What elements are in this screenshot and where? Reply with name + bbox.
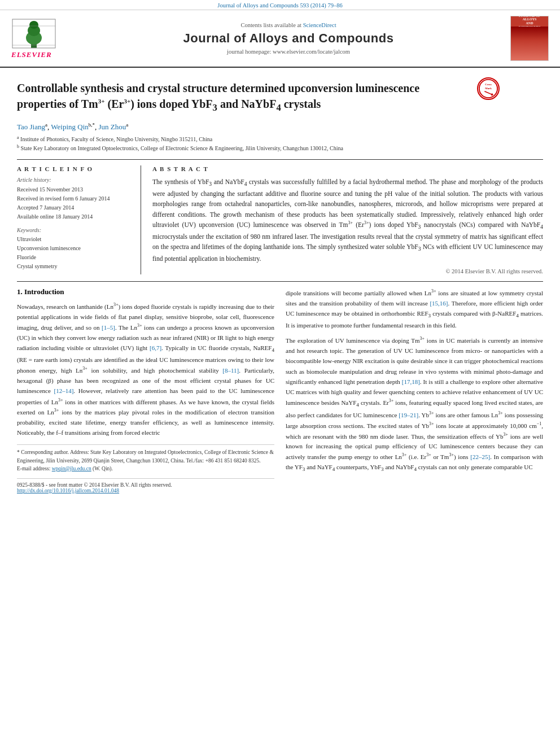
journal-ref-bar: Journal of Alloys and Compounds 593 (201…	[0, 0, 560, 10]
author1-name[interactable]: Tao Jiang	[17, 123, 45, 132]
ref-6-7[interactable]: [6,7]	[150, 344, 161, 351]
ref-17-18[interactable]: [17,18]	[402, 378, 420, 385]
author3-name[interactable]: Jun Zhou	[99, 123, 126, 132]
keywords-label: Keywords:	[17, 227, 132, 233]
bottom-copyright: 0925-8388/$ - see front matter © 2014 El…	[17, 478, 274, 493]
authors-line: Tao Jianga, Weiping Qinb,*, Jun Zhoua	[17, 122, 543, 132]
journal-title: Journal of Alloys and Compounds	[79, 31, 498, 46]
ref-19-21[interactable]: [19–21]	[399, 412, 418, 418]
section-divider	[17, 281, 543, 282]
abstract-copyright: © 2014 Elsevier B.V. All rights reserved…	[152, 268, 543, 274]
ref-15-16[interactable]: [15,16]	[430, 300, 448, 307]
elsevier-wordmark: ELSEVIER	[11, 50, 52, 59]
accepted-date: Accepted 7 January 2014	[17, 203, 132, 212]
received-date: Received 15 November 2013	[17, 185, 132, 194]
keyword-2: Upconversion luminescence	[17, 244, 132, 253]
journal-cover-area: JOURNAL OFALLOYSANDCOMPOUNDS	[504, 16, 549, 61]
journal-homepage: journal homepage: www.elsevier.com/locat…	[79, 49, 498, 55]
abstract-header: A B S T R A C T	[152, 165, 543, 172]
body-left-column: 1. Introduction Nowadays, research on la…	[17, 287, 274, 493]
journal-ref-text: Journal of Alloys and Compounds 593 (201…	[217, 2, 342, 8]
contents-line: Contents lists available at ScienceDirec…	[79, 22, 498, 28]
email-link[interactable]: wpqin@jlu.edu.cn	[52, 466, 91, 471]
journal-cover-image: JOURNAL OFALLOYSANDCOMPOUNDS	[510, 16, 549, 61]
section1-heading: 1. Introduction	[17, 287, 274, 296]
footnote-area: * Corresponding author. Address: State K…	[17, 444, 274, 473]
sciencedirect-link[interactable]: ScienceDirect	[303, 22, 336, 28]
section1-paragraph-2: dipole transitions will become partially…	[286, 287, 543, 330]
article-info-header: A R T I C L E I N F O	[17, 165, 132, 172]
body-content: 1. Introduction Nowadays, research on la…	[17, 287, 543, 493]
article-title: Controllable synthesis and crystal struc…	[17, 80, 469, 114]
crossmark-badge[interactable]: Cross Mark	[477, 77, 500, 100]
ref-8-11[interactable]: [8–11]	[222, 367, 239, 374]
keywords-section: Keywords: Ultraviolet Upconversion lumin…	[17, 227, 132, 271]
history-label: Article history:	[17, 177, 132, 183]
revised-date: Received in revised form 6 January 2014	[17, 194, 132, 203]
doi-link[interactable]: http://dx.doi.org/10.1016/j.jallcom.2014…	[17, 488, 119, 493]
author2-name[interactable]: Weiping Qin	[51, 123, 88, 132]
abstract-column: A B S T R A C T The synthesis of YbF3 an…	[152, 165, 543, 274]
issn-text: 0925-8388/$ - see front matter © 2014 El…	[17, 482, 274, 488]
section1-paragraph-1: Nowadays, research on lanthanide (Ln3+) …	[17, 301, 274, 438]
elsevier-tree-icon	[11, 18, 56, 49]
cover-body-image	[511, 27, 548, 60]
ref-22-25[interactable]: [22–25]	[470, 453, 490, 460]
author1-sup: a	[45, 122, 47, 128]
keyword-3: Fluoride	[17, 253, 132, 262]
section1-paragraph-3: The exploration of UV luminescence via d…	[286, 335, 543, 474]
cover-top-band: JOURNAL OFALLOYSANDCOMPOUNDS	[511, 16, 548, 27]
author3-sup: a	[126, 122, 128, 128]
title-row: Controllable synthesis and crystal struc…	[17, 75, 543, 122]
elsevier-logo: ELSEVIER	[11, 18, 73, 59]
article-info-abstract-section: A R T I C L E I N F O Article history: R…	[17, 159, 543, 274]
svg-text:Mark: Mark	[485, 87, 492, 90]
keyword-4: Crystal symmetry	[17, 262, 132, 271]
affiliations: a Institute of Photonics, Faculty of Sci…	[17, 134, 543, 153]
keyword-1: Ultraviolet	[17, 235, 132, 244]
ref-1-5[interactable]: [1–5]	[102, 324, 115, 331]
main-content: Controllable synthesis and crystal struc…	[0, 68, 560, 500]
publisher-logo-area: ELSEVIER	[11, 18, 73, 59]
body-right-column: dipole transitions will become partially…	[286, 287, 543, 493]
author2-sup: b,*	[89, 122, 95, 128]
available-date: Available online 18 January 2014	[17, 212, 132, 221]
header-section: ELSEVIER Contents lists available at Sci…	[0, 10, 560, 68]
article-info-column: A R T I C L E I N F O Article history: R…	[17, 165, 141, 274]
header-center: Contents lists available at ScienceDirec…	[73, 22, 504, 55]
crossmark-icon: Cross Mark	[477, 77, 500, 100]
svg-text:Cross: Cross	[485, 83, 492, 86]
corresponding-author-note: * Corresponding author. Address: State K…	[17, 448, 274, 465]
svg-point-11	[491, 94, 493, 96]
abstract-text: The synthesis of YbF3 and NaYbF4 crystal…	[152, 177, 543, 264]
email-note: E-mail address: wpqin@jlu.edu.cn (W. Qin…	[17, 465, 274, 473]
ref-12-14[interactable]: [12–14]	[54, 387, 73, 394]
doi-link-text: http://dx.doi.org/10.1016/j.jallcom.2014…	[17, 488, 274, 493]
svg-point-3	[29, 21, 38, 29]
svg-line-10	[484, 91, 492, 95]
